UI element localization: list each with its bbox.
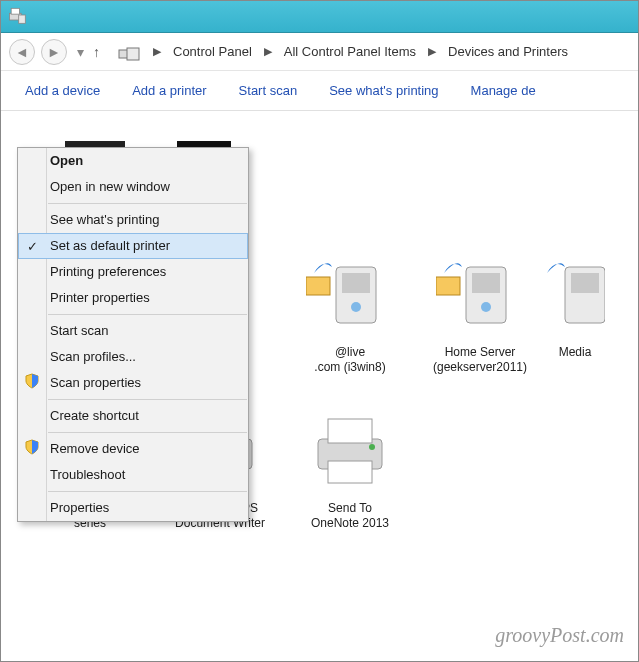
context-menu: Open Open in new window See what's print… — [17, 147, 249, 522]
media-server-icon[interactable] — [432, 245, 528, 341]
svg-rect-4 — [127, 48, 139, 60]
add-device-button[interactable]: Add a device — [25, 83, 100, 98]
menu-start-scan[interactable]: Start scan — [18, 318, 248, 344]
chevron-right-icon: ▶ — [153, 45, 161, 58]
menu-open[interactable]: Open — [18, 148, 248, 174]
start-scan-button[interactable]: Start scan — [239, 83, 298, 98]
manage-button[interactable]: Manage de — [471, 83, 536, 98]
device-label: (geekserver2011) — [415, 360, 545, 375]
device-label: @live — [285, 345, 415, 360]
devices-printers-icon — [7, 5, 27, 29]
menu-scan-properties[interactable]: Scan properties — [18, 370, 248, 396]
add-printer-button[interactable]: Add a printer — [132, 83, 206, 98]
see-printing-button[interactable]: See what's printing — [329, 83, 438, 98]
breadcrumb-icon — [117, 42, 141, 62]
printer-label: OneNote 2013 — [285, 516, 415, 531]
menu-properties[interactable]: Properties — [18, 495, 248, 521]
svg-rect-1 — [11, 8, 19, 14]
svg-point-11 — [351, 302, 361, 312]
menu-printing-preferences[interactable]: Printing preferences — [18, 259, 248, 285]
menu-remove-device[interactable]: Remove device — [18, 436, 248, 462]
menu-see-printing[interactable]: See what's printing — [18, 207, 248, 233]
check-icon: ✓ — [27, 238, 38, 256]
menu-scan-profiles[interactable]: Scan profiles... — [18, 344, 248, 370]
svg-rect-16 — [436, 277, 460, 295]
menu-label: Set as default printer — [50, 238, 170, 253]
menu-open-new-window[interactable]: Open in new window — [18, 174, 248, 200]
menu-printer-properties[interactable]: Printer properties — [18, 285, 248, 311]
breadcrumb-all-items[interactable]: All Control Panel Items — [284, 44, 416, 59]
up-button[interactable]: ↑ — [93, 44, 111, 60]
watermark: groovyPost.com — [495, 624, 624, 647]
forward-button[interactable]: ► — [41, 39, 67, 65]
chevron-right-icon: ▶ — [264, 45, 272, 58]
svg-point-15 — [481, 302, 491, 312]
svg-rect-2 — [19, 15, 26, 23]
navigation-bar: ◄ ► ▾ ↑ ▶ Control Panel ▶ All Control Pa… — [1, 33, 638, 71]
printer-label: Send To — [285, 501, 415, 516]
menu-set-default-printer[interactable]: ✓ Set as default printer — [18, 233, 248, 259]
svg-rect-30 — [328, 461, 372, 483]
media-server-icon[interactable] — [302, 245, 398, 341]
back-button[interactable]: ◄ — [9, 39, 35, 65]
device-label: Home Server — [415, 345, 545, 360]
svg-rect-18 — [571, 273, 599, 293]
menu-label: Remove device — [50, 441, 140, 456]
svg-rect-12 — [306, 277, 330, 295]
shield-icon — [24, 439, 40, 460]
menu-create-shortcut[interactable]: Create shortcut — [18, 403, 248, 429]
shield-icon — [24, 373, 40, 394]
window-titlebar — [1, 1, 638, 33]
menu-label: Scan properties — [50, 375, 141, 390]
device-label: Media — [545, 345, 605, 360]
svg-point-31 — [369, 444, 375, 450]
breadcrumb-devices-printers[interactable]: Devices and Printers — [448, 44, 568, 59]
printer-icon[interactable] — [302, 401, 398, 497]
menu-troubleshoot[interactable]: Troubleshoot — [18, 462, 248, 488]
svg-rect-29 — [328, 419, 372, 443]
svg-rect-10 — [342, 273, 370, 293]
device-label: .com (i3win8) — [285, 360, 415, 375]
breadcrumb-control-panel[interactable]: Control Panel — [173, 44, 252, 59]
svg-rect-14 — [472, 273, 500, 293]
chevron-right-icon: ▶ — [428, 45, 436, 58]
media-server-icon[interactable] — [545, 245, 605, 341]
history-dropdown[interactable]: ▾ — [73, 39, 87, 65]
command-toolbar: Add a device Add a printer Start scan Se… — [1, 71, 638, 111]
